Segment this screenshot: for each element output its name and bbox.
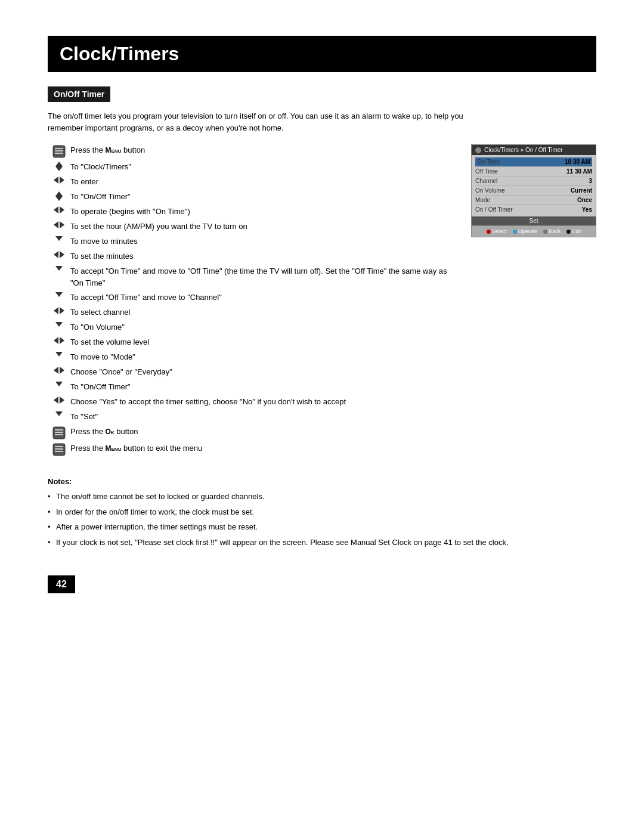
footer-exit: Exit xyxy=(566,228,581,234)
instruction-text: To "Clock/Timers" xyxy=(70,161,453,173)
leftright-icon xyxy=(48,396,70,404)
screen-header: Clock/Timers » On / Off Timer xyxy=(472,145,596,155)
note-item: If your clock is not set, "Please set cl… xyxy=(48,537,596,549)
leftright-icon xyxy=(48,306,70,314)
instruction-text: Press the Menu button xyxy=(70,144,453,156)
instruction-row: To operate (begins with "On Time") xyxy=(48,206,453,218)
instruction-text: To "On/Off Timer" xyxy=(70,191,453,203)
select-dot xyxy=(487,230,491,234)
instruction-row: To set the hour (AM/PM) you want the TV … xyxy=(48,221,453,233)
screen-row-onoff-timer: On / Off Timer Yes xyxy=(475,205,592,214)
leftright-icon xyxy=(48,206,70,213)
leftright-icon xyxy=(48,366,70,374)
note-item: After a power interruption, the timer se… xyxy=(48,521,596,533)
instruction-text: To select channel xyxy=(70,306,453,318)
down-icon xyxy=(48,265,70,271)
instruction-row: To set the volume level xyxy=(48,336,453,348)
screen-row-on-time: On Time 10 30 AM xyxy=(475,157,592,167)
screen-footer: Select Operate Back Exit xyxy=(472,225,596,237)
svg-rect-3 xyxy=(55,153,63,154)
instruction-row: Choose "Once" or "Everyday" xyxy=(48,366,453,378)
instruction-text: To "Set" xyxy=(70,411,453,423)
leftright-icon xyxy=(48,250,70,258)
instruction-row: Press the Menu button to exit the menu xyxy=(48,442,453,456)
operate-dot xyxy=(513,230,517,234)
instruction-row: To set the minutes xyxy=(48,250,453,262)
instruction-row: Choose "Yes" to accept the timer setting… xyxy=(48,396,453,408)
updown-icon xyxy=(48,191,70,201)
notes-title: Notes: xyxy=(48,477,596,486)
svg-rect-2 xyxy=(55,150,63,151)
section-header: On/Off Timer xyxy=(48,86,110,102)
instruction-text: To "On/Off Timer" xyxy=(70,381,453,393)
screen-row-off-time: Off Time 11 30 AM xyxy=(475,167,592,176)
menu-exit-icon xyxy=(48,442,70,456)
screen-set-bar: Set xyxy=(472,216,596,225)
notes-list: The on/off time cannot be set to locked … xyxy=(48,491,596,548)
intro-text: The on/off timer lets you program your t… xyxy=(48,110,477,134)
notes-section: Notes: The on/off time cannot be set to … xyxy=(48,477,596,548)
footer-back: Back xyxy=(543,228,561,234)
leftright-icon xyxy=(48,221,70,228)
footer-select: Select xyxy=(487,228,507,234)
instruction-row: To move to "Mode" xyxy=(48,351,453,363)
down-icon xyxy=(48,381,70,386)
svg-rect-6 xyxy=(55,432,63,433)
down-icon xyxy=(48,236,70,241)
footer-operate: Operate xyxy=(513,228,538,234)
instruction-text: Choose "Once" or "Everyday" xyxy=(70,366,453,378)
page-title: Clock/Timers xyxy=(48,36,596,72)
svg-rect-7 xyxy=(55,434,63,435)
svg-rect-5 xyxy=(55,429,63,431)
updown-icon xyxy=(48,161,70,171)
svg-rect-11 xyxy=(55,451,63,452)
instructions-list: Press the Menu button To "Clock/Timers" … xyxy=(48,144,453,459)
instruction-row: To accept "Off Time" and move to "Channe… xyxy=(48,292,453,304)
instruction-row: To "On/Off Timer" xyxy=(48,381,453,393)
svg-rect-9 xyxy=(55,446,63,447)
instruction-text: To move to minutes xyxy=(70,236,453,247)
instruction-text: Press the Menu button to exit the menu xyxy=(70,442,453,454)
down-icon xyxy=(48,321,70,327)
instruction-text: Press the Ok button xyxy=(70,426,453,438)
instruction-text: To accept "Off Time" and move to "Channe… xyxy=(70,292,453,304)
down-icon xyxy=(48,292,70,297)
tv-screen-panel: Clock/Timers » On / Off Timer On Time 10… xyxy=(471,144,596,237)
instruction-text: To set the volume level xyxy=(70,336,453,348)
instruction-row: To "On Volume" xyxy=(48,321,453,333)
ok-button-icon xyxy=(48,426,70,439)
instruction-row: To "On/Off Timer" xyxy=(48,191,453,203)
instruction-text: To accept "On Time" and move to "Off Tim… xyxy=(70,265,453,289)
svg-rect-10 xyxy=(55,448,63,450)
back-dot xyxy=(543,230,547,234)
screen-body: On Time 10 30 AM Off Time 11 30 AM Chann… xyxy=(472,155,596,216)
instruction-row: Press the Ok button xyxy=(48,426,453,439)
menu-button-icon xyxy=(48,144,70,158)
down-icon xyxy=(48,411,70,416)
instruction-text: To enter xyxy=(70,176,453,188)
instruction-text: Choose "Yes" to accept the timer setting… xyxy=(70,396,453,408)
screen-row-mode: Mode Once xyxy=(475,196,592,205)
instruction-row: Press the Menu button xyxy=(48,144,453,158)
down-icon xyxy=(48,351,70,357)
instruction-row: To enter xyxy=(48,176,453,188)
leftright-icon xyxy=(48,336,70,344)
instruction-row: To select channel xyxy=(48,306,453,318)
screen-row-channel: Channel 3 xyxy=(475,176,592,186)
screen-row-on-volume: On Volume Current xyxy=(475,186,592,196)
instruction-text: To operate (begins with "On Time") xyxy=(70,206,453,218)
instruction-text: To set the minutes xyxy=(70,250,453,262)
exit-dot xyxy=(566,230,571,234)
page-number: 42 xyxy=(48,575,75,593)
instruction-row: To accept "On Time" and move to "Off Tim… xyxy=(48,265,453,289)
svg-rect-1 xyxy=(55,148,63,149)
leftright-icon xyxy=(48,176,70,184)
instruction-text: To move to "Mode" xyxy=(70,351,453,363)
instruction-row: To "Set" xyxy=(48,411,453,423)
note-item: In order for the on/off timer to work, t… xyxy=(48,506,596,518)
instruction-text: To "On Volume" xyxy=(70,321,453,333)
instruction-row: To move to minutes xyxy=(48,236,453,247)
screen-header-text: Clock/Timers » On / Off Timer xyxy=(484,147,563,153)
instruction-text: To set the hour (AM/PM) you want the TV … xyxy=(70,221,453,233)
note-item: The on/off time cannot be set to locked … xyxy=(48,491,596,503)
